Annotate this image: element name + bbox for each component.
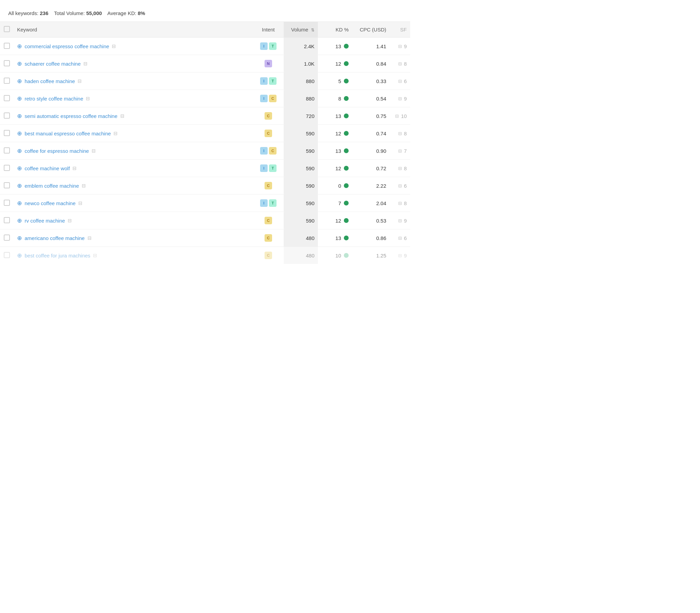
volume-cell: 1.0K <box>284 55 318 73</box>
add-keyword-icon[interactable]: ⊕ <box>17 95 22 102</box>
sf-icon[interactable]: ⊟ <box>398 183 402 188</box>
sf-icon[interactable]: ⊟ <box>398 79 402 84</box>
sf-value: 9 <box>404 96 407 102</box>
intent-badge-T: T <box>269 199 277 207</box>
sf-cell: ⊟10 <box>389 107 410 125</box>
serp-icon[interactable]: ⊟ <box>78 200 82 206</box>
add-keyword-icon[interactable]: ⊕ <box>17 235 22 242</box>
sf-col-header: SF <box>389 22 410 38</box>
table-row: ⊕best manual espresso coffee machine⊟C59… <box>0 125 410 142</box>
keyword-text: retro style coffee machine <box>25 96 83 102</box>
sf-icon[interactable]: ⊟ <box>398 253 402 258</box>
add-keyword-icon[interactable]: ⊕ <box>17 43 22 50</box>
sf-icon[interactable]: ⊟ <box>398 218 402 223</box>
row-checkbox[interactable] <box>4 252 10 258</box>
add-keyword-icon[interactable]: ⊕ <box>17 130 22 137</box>
row-checkbox[interactable] <box>4 130 10 136</box>
serp-icon[interactable]: ⊟ <box>93 253 97 258</box>
kd-value: 8 <box>339 96 341 102</box>
select-all-checkbox[interactable] <box>4 26 10 32</box>
sf-value: 6 <box>404 183 407 189</box>
keyword-link[interactable]: ⊕haden coffee machine⊟ <box>17 78 250 85</box>
row-checkbox[interactable] <box>4 113 10 119</box>
intent-badge-C: C <box>265 130 272 137</box>
row-checkbox[interactable] <box>4 182 10 188</box>
sf-icon[interactable]: ⊟ <box>398 201 402 206</box>
sf-icon[interactable]: ⊟ <box>398 148 402 154</box>
keyword-link[interactable]: ⊕best manual espresso coffee machine⊟ <box>17 130 250 137</box>
row-checkbox[interactable] <box>4 235 10 241</box>
intent-badges: C <box>256 252 280 259</box>
sf-icon[interactable]: ⊟ <box>398 236 402 241</box>
serp-icon[interactable]: ⊟ <box>92 148 96 154</box>
keyword-link[interactable]: ⊕coffee machine wolf⊟ <box>17 165 250 172</box>
sf-icon[interactable]: ⊟ <box>395 114 399 119</box>
serp-icon[interactable]: ⊟ <box>83 61 88 66</box>
select-all-header[interactable] <box>0 22 14 38</box>
volume-sort-icon[interactable]: ⇅ <box>311 28 315 32</box>
serp-icon[interactable]: ⊟ <box>86 96 90 101</box>
intent-badges: C <box>256 217 280 224</box>
cpc-cell: 1.41 <box>352 38 389 55</box>
intent-badge-I: I <box>260 77 268 85</box>
serp-icon[interactable]: ⊟ <box>88 235 92 241</box>
keyword-link[interactable]: ⊕retro style coffee machine⊟ <box>17 95 250 102</box>
keyword-link[interactable]: ⊕schaerer coffee machine⊟ <box>17 60 250 67</box>
intent-badge-I: I <box>260 165 268 172</box>
row-checkbox[interactable] <box>4 147 10 154</box>
add-keyword-icon[interactable]: ⊕ <box>17 182 22 190</box>
intent-badge-T: T <box>269 165 277 172</box>
keyword-link[interactable]: ⊕coffee for espresso machine⊟ <box>17 147 250 155</box>
keyword-link[interactable]: ⊕semi automatic espresso coffee machine⊟ <box>17 113 250 120</box>
row-checkbox[interactable] <box>4 60 10 66</box>
add-keyword-icon[interactable]: ⊕ <box>17 217 22 224</box>
kd-value: 12 <box>335 166 341 171</box>
row-checkbox[interactable] <box>4 217 10 223</box>
serp-icon[interactable]: ⊟ <box>78 78 82 84</box>
serp-icon[interactable]: ⊟ <box>82 183 86 188</box>
add-keyword-icon[interactable]: ⊕ <box>17 113 22 120</box>
row-checkbox[interactable] <box>4 165 10 171</box>
keyword-link[interactable]: ⊕commercial espresso coffee machine⊟ <box>17 43 250 50</box>
serp-icon[interactable]: ⊟ <box>112 43 116 49</box>
sf-icon[interactable]: ⊟ <box>398 166 402 171</box>
add-keyword-icon[interactable]: ⊕ <box>17 147 22 155</box>
kd-value: 5 <box>339 78 341 84</box>
serp-icon[interactable]: ⊟ <box>72 166 77 171</box>
row-checkbox[interactable] <box>4 95 10 101</box>
kd-cell: 12 <box>318 212 352 230</box>
row-checkbox[interactable] <box>4 78 10 84</box>
kd-cell: 13 <box>318 38 352 55</box>
add-keyword-icon[interactable]: ⊕ <box>17 252 22 259</box>
intent-badges: IT <box>256 199 280 207</box>
serp-icon[interactable]: ⊟ <box>120 113 124 119</box>
row-checkbox[interactable] <box>4 43 10 49</box>
add-keyword-icon[interactable]: ⊕ <box>17 60 22 67</box>
sf-value: 8 <box>404 61 407 67</box>
add-keyword-icon[interactable]: ⊕ <box>17 78 22 85</box>
keyword-link[interactable]: ⊕emblem coffee machine⊟ <box>17 182 250 190</box>
add-keyword-icon[interactable]: ⊕ <box>17 200 22 207</box>
keyword-link[interactable]: ⊕newco coffee machine⊟ <box>17 200 250 207</box>
row-checkbox[interactable] <box>4 200 10 206</box>
serp-icon[interactable]: ⊟ <box>114 131 118 136</box>
add-keyword-icon[interactable]: ⊕ <box>17 165 22 172</box>
kd-value: 7 <box>339 200 341 206</box>
keyword-link[interactable]: ⊕rv coffee machine⊟ <box>17 217 250 224</box>
sf-icon[interactable]: ⊟ <box>398 61 402 66</box>
table-row: ⊕schaerer coffee machine⊟N1.0K120.84⊟8 <box>0 55 410 73</box>
keyword-link[interactable]: ⊕americano coffee machine⊟ <box>17 235 250 242</box>
intent-badge-C: C <box>265 234 272 242</box>
keyword-link[interactable]: ⊕best coffee for jura machines⊟ <box>17 252 250 259</box>
keyword-cell: ⊕rv coffee machine⊟ <box>14 212 253 230</box>
sf-icon[interactable]: ⊟ <box>398 131 402 136</box>
sf-icon[interactable]: ⊟ <box>398 44 402 49</box>
row-checkbox-cell <box>0 230 14 247</box>
serp-icon[interactable]: ⊟ <box>68 218 72 223</box>
table-row: ⊕commercial espresso coffee machine⊟IT2.… <box>0 38 410 55</box>
kd-value: 13 <box>335 235 341 241</box>
all-keywords-count: 236 <box>40 10 49 16</box>
volume-col-header[interactable]: Volume ⇅ <box>284 22 318 38</box>
sf-icon[interactable]: ⊟ <box>398 96 402 101</box>
intent-badge-C: C <box>269 95 277 102</box>
